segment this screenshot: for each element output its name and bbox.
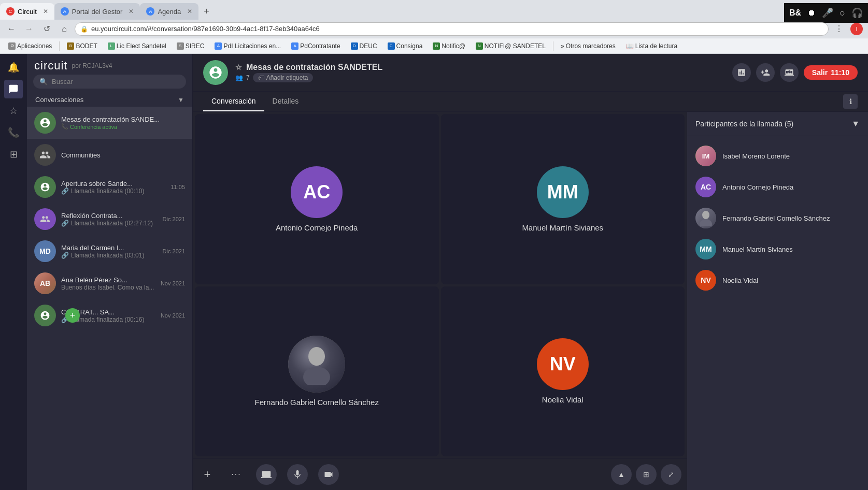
conversations-chevron[interactable]: ▼ [178,96,184,104]
conv-time-ana: Nov 2021 [161,280,185,286]
info-icon[interactable]: ℹ [843,94,858,109]
camera-button[interactable] [318,464,339,485]
tab-details[interactable]: Detalles [264,92,307,111]
participant-ac-list[interactable]: AC Antonio Cornejo Pineda [687,171,868,203]
tab-circuit[interactable]: C Circuit ✕ [0,3,54,20]
participant-nv-list[interactable]: NV Noelia Vidal [687,265,868,296]
name-mm: Manuel Martín Sivianes [522,223,603,232]
avatar-ac: AC [291,166,343,218]
stats-button[interactable] [732,63,751,82]
reload-button[interactable]: ↺ [39,22,54,36]
headset-icon: 🎧 [851,7,863,19]
conv-avatar-apertura [34,176,56,198]
conv-item-apertura[interactable]: Apertura sobre Sande... 🔗 Llamada finali… [27,171,192,203]
right-panel-title: Participantes de la llamada (5) [695,120,793,128]
icon-bar-bell[interactable]: 🔔 [4,58,23,77]
conversations-header: Conversaciones ▼ [27,93,192,107]
right-panel-chevron[interactable]: ▼ [851,119,860,128]
extensions-button[interactable]: ⋮ [832,22,846,36]
participant-mm-list[interactable]: MM Manuel Martín Sivianes [687,234,868,265]
star-icon[interactable]: ☆ [235,63,242,71]
icon-bar-grid[interactable]: ⊞ [4,145,23,164]
conv-avatar-reflexion [34,208,56,230]
conv-name-mesas: Mesas de contratación SANDE... [61,116,185,123]
tab-agenda[interactable]: A Agenda ✕ [140,3,198,20]
group-name: Mesas de contratación SANDETEL [246,63,382,72]
bm-lista[interactable]: 📖 Lista de lectura [622,41,681,51]
bm-otros[interactable]: » Otros marcadores [557,41,620,51]
add-conversation-button[interactable]: + [65,308,80,323]
exit-button[interactable]: Salir 11:10 [804,65,858,80]
expand-button[interactable]: ▲ [611,464,632,485]
add-tag-button[interactable]: 🏷 Añadir etiqueta [253,73,314,82]
chain-icon-maria: 🔗 [61,252,69,259]
main-title: ☆ Mesas de contratación SANDETEL [235,63,725,72]
name-mm-list: Manuel Martín Sivianes [722,246,793,253]
add-person-button[interactable] [756,63,775,82]
bm-notific[interactable]: N Notific@ [429,41,469,51]
tab-conversation[interactable]: Conversación [203,92,264,111]
bm-pdcontratante[interactable]: A PdContratante [287,41,344,51]
url-input[interactable]: 🔒 eu.yourcircuit.com/#/conversation/987e… [75,22,829,36]
screen-share-button[interactable] [256,464,277,485]
conv-item-communities[interactable]: Communities [27,139,192,171]
bm-aplicaciones[interactable]: ⚙ Aplicaciones [4,41,56,51]
name-isabel: Isabel Moreno Lorente [722,152,790,160]
search-input[interactable] [52,78,180,85]
conv-item-contrat[interactable]: CONTRAT... SA... 🔗 Llamada finalizada (0… [27,299,192,332]
icon-bar-star[interactable]: ☆ [4,102,23,120]
exit-time: 11:10 [831,68,849,77]
participant-list: IM Isabel Moreno Lorente AC Antonio Corn… [687,136,868,490]
back-button[interactable]: ← [4,22,19,36]
bm-deuc[interactable]: D DEUC [347,41,381,51]
mute-button[interactable] [287,464,308,485]
conv-name-communities: Communities [61,151,185,159]
add-call-button[interactable]: + [198,465,217,484]
bm-lic-elect[interactable]: L Lic Elect Sandetel [104,41,170,51]
video-cell-nv: NV Noelia Vidal [441,286,685,457]
main-header: ☆ Mesas de contratación SANDETEL 👥 7 🏷 A… [193,54,868,92]
name-ac-list: Antonio Cornejo Pineda [722,183,793,191]
main-title-sub: 👥 7 🏷 Añadir etiqueta [235,73,725,82]
home-button[interactable]: ⌂ [57,22,72,36]
tab-portal-close[interactable]: ✕ [129,8,134,15]
conv-sub-ana: Buenos días Isabel. Como va la... [61,284,155,291]
forward-button[interactable]: → [22,22,36,36]
chain-icon-apertura: 🔗 [61,188,69,195]
more-options-button[interactable]: ··· [227,465,246,484]
conv-item-ana[interactable]: AB Ana Belén Pérez So... Buenos días Isa… [27,267,192,299]
user-profile-button[interactable]: I [849,22,864,36]
icon-bar-phone[interactable]: 📞 [4,123,23,142]
tab-agenda-label: Agenda [158,8,181,16]
conv-name-maria: Maria del Carmen I... [61,244,158,252]
bm-pdi[interactable]: A PdI Licitaciones en... [210,41,285,51]
bm-sirec[interactable]: S SIREC [173,41,209,51]
conv-item-maria[interactable]: MD Maria del Carmen I... 🔗 Llamada final… [27,235,192,267]
sidebar: circuit por RCJAL3v4 🔍 Conversaciones ▼ … [27,54,193,490]
conv-time-apertura: 11:05 [170,184,185,190]
tab-portal[interactable]: A Portal del Gestor ✕ [54,3,140,20]
screen-share-header-button[interactable] [780,63,799,82]
avatar-nv-list: NV [695,270,716,291]
conv-item-mesas[interactable]: Mesas de contratación SANDE... 📞 Confere… [27,107,192,139]
tab-agenda-close[interactable]: ✕ [187,8,192,15]
participant-fgcs-list[interactable]: Fernando Gabriel Cornello Sánchez [687,203,868,234]
initials-nv-list: NV [701,276,710,284]
participant-isabel[interactable]: IM Isabel Moreno Lorente [687,140,868,171]
bm-consigna[interactable]: C Consigna [383,41,427,51]
bm-notific-sandetel[interactable]: N NOTIFI@ SANDETEL [472,41,550,51]
conv-item-reflexion[interactable]: Reflexión Contrata... 🔗 Llamada finaliza… [27,203,192,235]
conv-time-contrat: Nov 2021 [161,312,185,319]
bm-bodet[interactable]: B BODET [63,41,101,51]
tab-circuit-close[interactable]: ✕ [43,8,48,15]
icon-bar-chat[interactable] [4,80,23,98]
fullscreen-button[interactable]: ⤢ [661,464,681,485]
video-cell-fgcs: Fernando Gabriel Cornello Sánchez [195,286,439,457]
tag-icon: 🏷 [258,74,264,81]
layout-button[interactable]: ⊞ [636,464,657,485]
conversations-label: Conversaciones [35,96,83,104]
initials-ac: AC [303,181,330,203]
conv-info-communities: Communities [61,151,185,159]
conv-info-maria: Maria del Carmen I... 🔗 Llamada finaliza… [61,244,158,259]
new-tab-button[interactable]: + [198,3,215,20]
